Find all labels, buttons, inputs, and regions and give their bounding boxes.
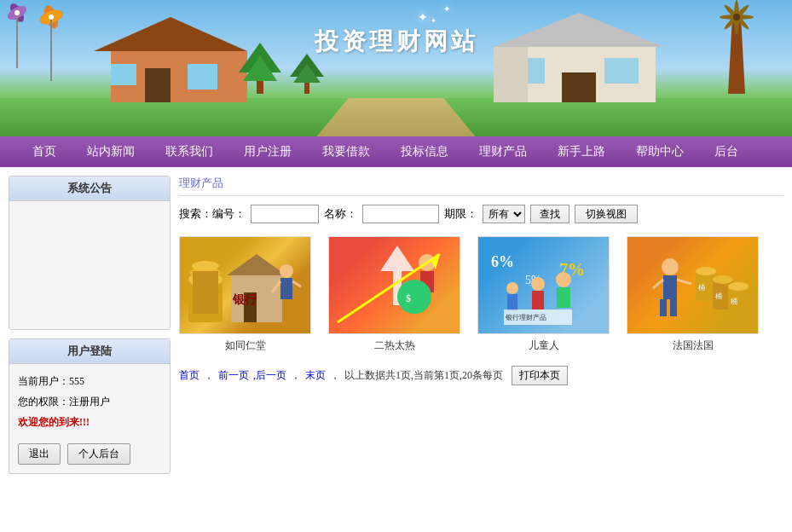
product-name: 二热太热 [328, 338, 460, 353]
svg-text:桶: 桶 [731, 298, 737, 305]
svg-line-74 [653, 280, 663, 288]
hot-illustration: $ [329, 237, 460, 334]
pinwheel-decoration [0, 0, 85, 111]
tree1 [239, 34, 281, 102]
svg-rect-14 [188, 64, 217, 90]
content-title: 理财产品 [179, 176, 783, 196]
product-image-france: 桶 桶 桶 [627, 236, 759, 334]
product-item[interactable]: $ 二热太热 [328, 236, 460, 353]
svg-rect-44 [280, 278, 292, 299]
sparkle-icon3: ✦ [431, 17, 436, 25]
sparkle-icon2: ✦ [443, 4, 450, 14]
profile-button[interactable]: 个人后台 [67, 443, 130, 465]
nav-bid[interactable]: 投标信息 [385, 136, 464, 167]
windmill-decoration [702, 0, 771, 102]
svg-rect-72 [663, 275, 677, 299]
nav-admin[interactable]: 后台 [699, 136, 754, 167]
svg-text:银行: 银行 [232, 293, 257, 306]
product-grid: 银行 如同仁堂 [179, 236, 783, 353]
svg-rect-15 [111, 64, 136, 85]
period-select[interactable]: 所有 [483, 205, 525, 223]
svg-point-59 [531, 277, 545, 291]
login-box: 用户登陆 当前用户：555 您的权限：注册用户 欢迎您的到来!!! 退出 个人后… [9, 338, 171, 474]
nav-help[interactable]: 帮助中心 [621, 136, 699, 167]
notice-box: 系统公告 [9, 176, 171, 330]
svg-point-57 [506, 282, 518, 294]
nav-products[interactable]: 理财产品 [464, 136, 542, 167]
svg-point-61 [556, 272, 571, 287]
svg-text:桶: 桶 [698, 284, 705, 292]
tree2 [290, 47, 324, 102]
svg-point-37 [192, 261, 219, 271]
svg-text:6%: 6% [491, 253, 514, 270]
search-button[interactable]: 查找 [530, 205, 569, 223]
svg-rect-13 [145, 68, 171, 102]
svg-point-68 [713, 275, 733, 284]
bank-illustration: 银行 [180, 237, 311, 334]
product-item[interactable]: 6% 5% 7% 银行理财产品 儿童人 [477, 236, 610, 353]
svg-rect-21 [494, 47, 528, 102]
nav-news[interactable]: 站内新闻 [72, 136, 150, 167]
product-image-child: 6% 5% 7% 银行理财产品 [477, 236, 610, 334]
login-title: 用户登陆 [9, 339, 170, 364]
product-image-hot: $ [328, 236, 460, 334]
search-id-input[interactable] [251, 205, 319, 223]
pagination: 首页， 前一页 ,后一页， 末页， 以上数据共1页,当前第1页,20条每页 打印… [179, 366, 783, 385]
permission-value: 注册用户 [69, 396, 110, 408]
nav-home[interactable]: 首页 [17, 136, 72, 167]
svg-text:银行理财产品: 银行理财产品 [505, 314, 546, 321]
search-name-label: 名称： [324, 206, 357, 222]
product-name: 法国法国 [627, 338, 759, 353]
permission-label: 您的权限： [18, 396, 69, 408]
print-button[interactable]: 打印本页 [512, 366, 568, 385]
header-banner: ✦ ✦ ✦ 投资理财网站 [0, 0, 792, 136]
search-name-input[interactable] [362, 205, 439, 223]
svg-rect-58 [507, 294, 517, 311]
france-illustration: 桶 桶 桶 [627, 237, 759, 334]
svg-line-46 [292, 281, 301, 286]
product-name: 儿童人 [477, 338, 610, 353]
toggle-view-button[interactable]: 切换视图 [575, 205, 638, 223]
pagination-first[interactable]: 首页 [179, 368, 199, 383]
content-area: 理财产品 搜索：编号： 名称： 期限： 所有 查找 切换视图 [179, 176, 783, 483]
search-id-label: 搜索：编号： [179, 206, 246, 222]
search-bar: 搜索：编号： 名称： 期限： 所有 查找 切换视图 [179, 205, 783, 223]
notice-title: 系统公告 [9, 176, 170, 201]
user-info: 当前用户：555 您的权限：注册用户 欢迎您的到来!!! [9, 364, 170, 439]
welcome-text: 欢迎您的到来!!! [18, 412, 161, 432]
nav-contact[interactable]: 联系我们 [150, 136, 228, 167]
search-period-label: 期限： [444, 206, 477, 222]
svg-marker-40 [227, 254, 286, 275]
svg-line-73 [677, 280, 691, 284]
pagination-next[interactable]: ,后一页 [253, 368, 286, 383]
svg-rect-19 [604, 58, 639, 84]
svg-marker-12 [94, 17, 247, 51]
nav-register[interactable]: 用户注册 [228, 136, 307, 167]
svg-point-70 [728, 282, 749, 291]
svg-marker-17 [494, 13, 664, 47]
pagination-info: 以上数据共1页,当前第1页,20条每页 [344, 368, 503, 383]
svg-point-8 [49, 14, 54, 20]
svg-point-71 [662, 258, 679, 275]
svg-point-27 [733, 14, 740, 20]
product-image-bank: 银行 [179, 236, 311, 334]
product-item[interactable]: 桶 桶 桶 法国法国 [627, 236, 759, 353]
svg-rect-60 [532, 291, 544, 309]
product-item[interactable]: 银行 如同仁堂 [179, 236, 311, 353]
svg-rect-18 [562, 72, 596, 102]
notice-content [9, 201, 170, 329]
svg-rect-38 [193, 271, 218, 314]
svg-point-43 [280, 264, 293, 278]
pagination-prev[interactable]: 前一页 [218, 368, 249, 383]
pagination-last[interactable]: 末页 [305, 368, 326, 383]
svg-point-66 [696, 267, 716, 275]
nav-beginner[interactable]: 新手上路 [542, 136, 621, 167]
svg-point-50 [397, 280, 431, 314]
sidebar: 系统公告 用户登陆 当前用户：555 您的权限：注册用户 欢迎您的到来!!! 退… [9, 176, 171, 483]
svg-point-3 [14, 10, 20, 15]
svg-rect-75 [660, 299, 667, 316]
logout-button[interactable]: 退出 [18, 443, 61, 465]
product-name: 如同仁堂 [179, 338, 311, 353]
svg-text:桶: 桶 [715, 292, 722, 300]
nav-borrow[interactable]: 我要借款 [307, 136, 385, 167]
